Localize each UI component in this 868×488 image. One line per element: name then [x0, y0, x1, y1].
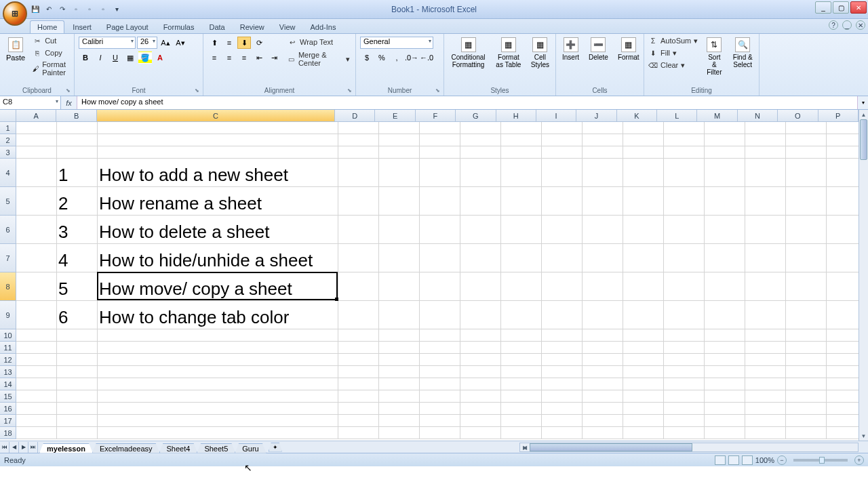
row-header-8[interactable]: 8 — [0, 272, 16, 301]
cell-M8[interactable] — [705, 272, 745, 301]
fill-button[interactable]: ⬇Fill ▾ — [647, 47, 699, 58]
cell-I12[interactable] — [542, 354, 583, 366]
row-header-12[interactable]: 12 — [0, 354, 16, 366]
cell-D2[interactable] — [338, 134, 379, 146]
cell-D1[interactable] — [338, 122, 379, 134]
col-header-D[interactable]: D — [335, 110, 375, 122]
vertical-scrollbar[interactable]: ▲ ▼ — [859, 110, 868, 441]
cell-L3[interactable] — [664, 146, 705, 159]
align-top-icon[interactable]: ⬆ — [208, 37, 221, 49]
sheet-tab-sheet5[interactable]: Sheet5 — [197, 443, 235, 453]
row-header-18[interactable]: 18 — [0, 427, 16, 439]
col-header-G[interactable]: G — [456, 110, 496, 122]
alignment-launcher-icon[interactable]: ⬊ — [347, 87, 354, 94]
orientation-icon[interactable]: ⟳ — [252, 37, 266, 49]
hscroll-thumb[interactable] — [530, 443, 692, 451]
cell-D5[interactable] — [338, 187, 379, 216]
cell-E13[interactable] — [379, 366, 420, 378]
cell-C16[interactable] — [98, 403, 338, 415]
col-header-M[interactable]: M — [697, 110, 737, 122]
spreadsheet-grid[interactable]: ABCDEFGHIJKLMNOP 12345678910111213141516… — [0, 110, 868, 441]
cell-M14[interactable] — [705, 378, 745, 390]
cell-M13[interactable] — [705, 366, 745, 378]
cell-H3[interactable] — [501, 146, 542, 159]
cell-J7[interactable] — [583, 244, 623, 272]
view-normal-icon[interactable] — [715, 455, 726, 465]
tab-data[interactable]: Data — [202, 21, 231, 33]
row-header-10[interactable]: 10 — [0, 329, 16, 342]
cell-J1[interactable] — [583, 122, 623, 134]
cell-J16[interactable] — [583, 403, 623, 415]
cell-F12[interactable] — [420, 354, 460, 366]
cell-E3[interactable] — [379, 146, 420, 159]
cell-N1[interactable] — [745, 122, 786, 134]
cell-D8[interactable] — [338, 272, 379, 301]
indent-inc-icon[interactable]: ⇥ — [267, 52, 281, 64]
font-launcher-icon[interactable]: ⬊ — [195, 87, 201, 94]
cell-D16[interactable] — [338, 403, 379, 415]
cell-D18[interactable] — [338, 427, 379, 439]
cell-K7[interactable] — [623, 244, 664, 272]
format-painter-button[interactable]: 🖌Format Painter — [31, 60, 71, 77]
cell-K6[interactable] — [623, 216, 664, 244]
cell-J18[interactable] — [583, 427, 623, 439]
format-table-button[interactable]: ▦Format as Table — [492, 35, 525, 70]
cell-C12[interactable] — [98, 354, 338, 366]
cell-M3[interactable] — [705, 146, 745, 159]
cell-L12[interactable] — [664, 354, 705, 366]
cell-L10[interactable] — [664, 329, 705, 342]
cell-M10[interactable] — [705, 329, 745, 342]
currency-icon[interactable]: $ — [360, 52, 374, 64]
col-header-H[interactable]: H — [496, 110, 536, 122]
cell-I11[interactable] — [542, 342, 583, 354]
cell-K16[interactable] — [623, 403, 664, 415]
cell-B14[interactable] — [57, 378, 98, 390]
cell-N3[interactable] — [745, 146, 786, 159]
cell-L8[interactable] — [664, 272, 705, 301]
col-header-F[interactable]: F — [416, 110, 456, 122]
align-middle-icon[interactable]: ≡ — [222, 37, 236, 49]
fill-color-button[interactable]: 🪣 — [138, 52, 152, 64]
cell-H14[interactable] — [501, 378, 542, 390]
sort-filter-button[interactable]: ⇅Sort & Filter — [702, 35, 726, 78]
cell-O2[interactable] — [786, 134, 827, 146]
cell-C1[interactable] — [98, 122, 338, 134]
cell-I8[interactable] — [542, 272, 583, 301]
tab-home[interactable]: Home — [30, 20, 64, 33]
cell-O18[interactable] — [786, 427, 827, 439]
cell-E11[interactable] — [379, 342, 420, 354]
cell-I1[interactable] — [542, 122, 583, 134]
cell-O13[interactable] — [786, 366, 827, 378]
cell-H1[interactable] — [501, 122, 542, 134]
qat-print-icon[interactable]: ▫ — [98, 4, 108, 15]
cell-N7[interactable] — [745, 244, 786, 272]
cell-G2[interactable] — [460, 134, 501, 146]
cell-G7[interactable] — [460, 244, 501, 272]
cell-F6[interactable] — [420, 216, 460, 244]
view-break-icon[interactable] — [742, 455, 753, 465]
col-header-O[interactable]: O — [778, 110, 818, 122]
cell-M6[interactable] — [705, 216, 745, 244]
cell-J12[interactable] — [583, 354, 623, 366]
font-size-combo[interactable]: 26 — [137, 37, 157, 49]
tab-formulas[interactable]: Formulas — [157, 21, 201, 33]
cell-D14[interactable] — [338, 378, 379, 390]
number-format-combo[interactable]: General — [360, 37, 433, 49]
cell-I4[interactable] — [542, 159, 583, 187]
cell-N16[interactable] — [745, 403, 786, 415]
sheet-nav-next-icon[interactable]: ▶ — [19, 442, 28, 453]
office-button[interactable]: ⊞ — [3, 1, 27, 26]
cell-A6[interactable] — [16, 216, 57, 244]
col-header-A[interactable]: A — [16, 110, 56, 122]
cell-M2[interactable] — [705, 134, 745, 146]
cell-G11[interactable] — [460, 342, 501, 354]
cell-C13[interactable] — [98, 366, 338, 378]
col-header-C[interactable]: C — [97, 110, 335, 122]
cell-L15[interactable] — [664, 390, 705, 403]
shrink-font-icon[interactable]: A▾ — [174, 37, 187, 49]
cell-E14[interactable] — [379, 378, 420, 390]
cell-E9[interactable] — [379, 301, 420, 329]
cell-J5[interactable] — [583, 187, 623, 216]
cell-M11[interactable] — [705, 342, 745, 354]
cell-O17[interactable] — [786, 415, 827, 427]
